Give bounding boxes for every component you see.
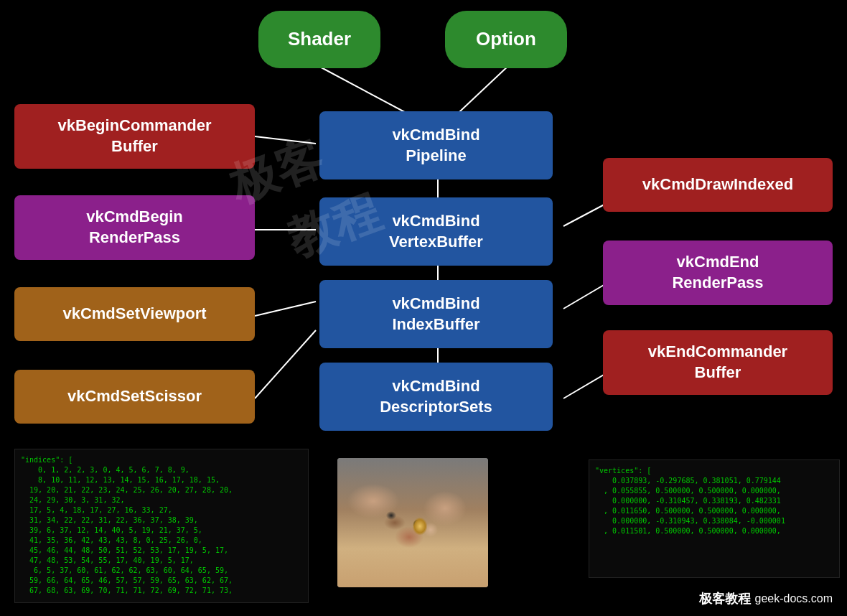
indices-code-box: "indices": [ 0, 1, 2, 2, 3, 0, 4, 5, 6, …	[14, 449, 309, 603]
vkcmdsetviewport-label: vkCmdSetViewport	[62, 304, 206, 325]
vkcmdbindpipeline-label: vkCmdBind Pipeline	[392, 125, 479, 166]
vkcmddendrenderpass-node: vkCmdEnd RenderPass	[603, 241, 833, 305]
shader-node: Shader	[258, 11, 380, 68]
vertices-code-box: "vertices": [ 0.037893, -0.297685, 0.381…	[589, 459, 840, 578]
shader-label: Shader	[288, 27, 351, 52]
vkcmdsetscissor-node: vkCmdSetScissor	[14, 370, 255, 424]
svg-line-5	[255, 136, 316, 144]
vkcmdbindvertexbuffer-node: vkCmdBind VertexBuffer	[319, 197, 553, 266]
vkendcommandbuffer-label: vkEndCommander Buffer	[648, 342, 787, 383]
vkcmdbindindexbuffer-label: vkCmdBind IndexBuffer	[392, 294, 479, 335]
vkbegincommandbuffer-label: vkBeginCommander Buffer	[58, 116, 212, 157]
vkcmdsetscissor-label: vkCmdSetScissor	[67, 386, 202, 407]
vkcmdbginrenderpass-node: vkCmdBegin RenderPass	[14, 195, 255, 260]
vkcmdbindindexbuffer-node: vkCmdBind IndexBuffer	[319, 280, 553, 348]
vkcmdbeginrenderpass-label: vkCmdBegin RenderPass	[86, 207, 182, 248]
vkcmdsetviewport-node: vkCmdSetViewport	[14, 287, 255, 341]
vkendcommandbuffer-node: vkEndCommander Buffer	[603, 330, 833, 395]
option-node: Option	[445, 11, 567, 68]
vkcmdbinddescriptorsets-node: vkCmdBind DescriptorSets	[319, 363, 553, 431]
vkcmdbindvertexbuffer-label: vkCmdBind VertexBuffer	[389, 211, 483, 252]
vkcmdbindpipeline-node: vkCmdBind Pipeline	[319, 111, 553, 179]
vkcmdbinddescriptorsets-label: vkCmdBind DescriptorSets	[380, 376, 492, 417]
vkcmddrawindexed-label: vkCmdDrawIndexed	[642, 174, 793, 195]
indices-code: "indices": [ 0, 1, 2, 2, 3, 0, 4, 5, 6, …	[21, 456, 233, 594]
vertices-code: "vertices": [ 0.037893, -0.297685, 0.381…	[595, 467, 785, 535]
vkcmddrawindexed-node: vkCmdDrawIndexed	[603, 158, 833, 212]
vkcmdendrenderpass-label: vkCmdEnd RenderPass	[672, 252, 763, 293]
brand-cn: 极客教程	[699, 590, 751, 607]
svg-line-7	[255, 302, 316, 316]
brand-en: geek-docs.com	[755, 592, 833, 605]
svg-line-8	[255, 330, 316, 398]
vkbegincommandbuffer-node: vkBeginCommander Buffer	[14, 104, 255, 169]
animal-image	[337, 458, 488, 587]
option-label: Option	[476, 27, 536, 52]
bottom-brand: 极客教程 geek-docs.com	[699, 590, 833, 607]
